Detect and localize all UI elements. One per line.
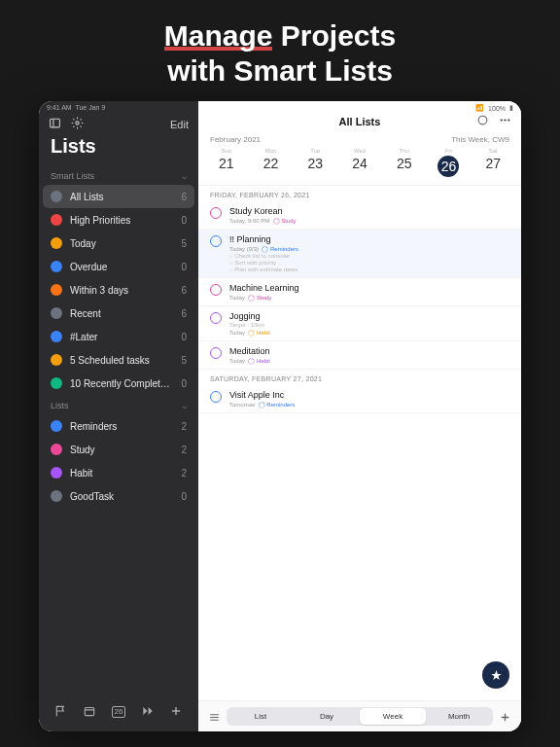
- task-title: Study Korean: [229, 206, 297, 216]
- sidebar-item[interactable]: Within 3 days6: [39, 278, 198, 302]
- edit-button[interactable]: Edit: [170, 119, 189, 130]
- list-label: 5 Scheduled tasks: [70, 355, 173, 366]
- list-color-dot: [51, 261, 62, 272]
- add-task-icon[interactable]: [499, 710, 511, 723]
- sidebar-title: Lists: [39, 133, 198, 165]
- list-color-dot: [51, 214, 62, 226]
- task-title: Machine Learning: [229, 283, 299, 293]
- list-color-dot: [51, 377, 62, 389]
- menu-icon[interactable]: [208, 710, 221, 723]
- task-row[interactable]: MeditationToday ◯ Habit: [198, 341, 521, 370]
- day-cell[interactable]: Mon22: [249, 146, 294, 179]
- add-icon[interactable]: [169, 704, 183, 722]
- task-title: !! Planning: [229, 234, 298, 244]
- date-header: FRIDAY, FEBRUARY 26, 2021: [198, 186, 521, 201]
- sidebar-item[interactable]: Reminders2: [39, 414, 198, 438]
- section-header[interactable]: Smart Lists⌵: [39, 165, 198, 185]
- section-header[interactable]: Lists⌵: [39, 395, 198, 414]
- sidebar-bottom-toolbar: 26: [39, 694, 198, 731]
- list-count: 0: [181, 262, 187, 272]
- list-color-dot: [51, 490, 62, 502]
- sidebar-item[interactable]: Recent6: [39, 302, 198, 325]
- list-count: 2: [181, 468, 187, 479]
- sidebar-item[interactable]: 5 Scheduled tasks5: [39, 348, 198, 372]
- task-checkbox[interactable]: [210, 207, 222, 219]
- list-label: Within 3 days: [70, 285, 173, 296]
- list-count: 0: [181, 332, 187, 342]
- svg-point-10: [508, 119, 509, 121]
- list-count: 6: [181, 285, 187, 296]
- list-color-dot: [51, 420, 62, 432]
- day-cell[interactable]: Sun21: [204, 146, 249, 179]
- sidebar-item[interactable]: Today5: [39, 231, 198, 255]
- sidebar-item[interactable]: #Later0: [39, 325, 198, 348]
- list-label: All Lists: [70, 192, 173, 202]
- task-checkbox[interactable]: [210, 284, 222, 296]
- sidebar-item[interactable]: Overdue0: [39, 255, 198, 278]
- task-title: Visit Apple Inc: [229, 390, 295, 400]
- task-row[interactable]: Machine LearningToday ◯ Study: [198, 278, 521, 306]
- week-label: This Week, CW9: [451, 135, 509, 144]
- list-color-dot: [51, 307, 62, 319]
- fab-star[interactable]: [482, 661, 509, 689]
- bottom-bar: ListDayWeekMonth: [198, 700, 521, 731]
- page-title: All Lists: [339, 116, 381, 127]
- list-count: 5: [181, 238, 187, 249]
- task-row[interactable]: Study KoreanToday, 9:00 PM ◯ Study: [198, 201, 521, 230]
- segment-option[interactable]: Month: [426, 708, 492, 725]
- more-icon[interactable]: [499, 113, 511, 130]
- sidebar: 9:41 AM Tue Jan 9 Edit Lists Smart Lists…: [39, 101, 198, 731]
- day-cell[interactable]: Fri26: [427, 146, 472, 179]
- segment-option[interactable]: Week: [360, 708, 426, 725]
- svg-point-7: [478, 116, 487, 124]
- list-color-dot: [51, 284, 62, 296]
- week-strip: Sun21Mon22Tue23Wed24Thu25Fri26Sat27: [198, 144, 521, 186]
- promo-header: Manage Projects with Smart Lists: [0, 19, 560, 88]
- sidebar-item[interactable]: High Priorities0: [39, 208, 198, 231]
- fast-forward-icon[interactable]: [141, 704, 155, 722]
- day-cell[interactable]: Wed24: [337, 146, 382, 179]
- list-count: 0: [181, 491, 187, 502]
- list-color-dot: [51, 354, 62, 366]
- task-row[interactable]: Visit Apple IncTomorrow ◯ Reminders: [198, 385, 521, 413]
- task-checkbox[interactable]: [210, 391, 222, 403]
- list-label: Study: [70, 445, 173, 455]
- segment-option[interactable]: List: [228, 708, 294, 725]
- svg-point-2: [76, 122, 79, 124]
- svg-rect-3: [85, 708, 93, 716]
- list-label: Today: [70, 238, 173, 249]
- view-segment[interactable]: ListDayWeekMonth: [227, 707, 493, 726]
- gear-icon[interactable]: [71, 117, 84, 131]
- segment-option[interactable]: Day: [294, 708, 360, 725]
- task-checkbox[interactable]: [210, 312, 222, 324]
- list-color-dot: [51, 444, 62, 455]
- svg-point-9: [504, 119, 506, 121]
- list-color-dot: [51, 237, 62, 249]
- list-color-dot: [51, 467, 62, 479]
- list-count: 6: [181, 308, 187, 319]
- list-label: GoodTask: [70, 491, 173, 502]
- sidebar-item[interactable]: GoodTask0: [39, 484, 198, 508]
- archive-icon[interactable]: [83, 704, 96, 722]
- sidebar-item[interactable]: Habit2: [39, 461, 198, 484]
- list-label: #Later: [70, 332, 173, 342]
- task-checkbox[interactable]: [210, 347, 222, 359]
- day-cell[interactable]: Thu25: [382, 146, 427, 179]
- day-cell[interactable]: Sat27: [471, 146, 515, 179]
- sidebar-item[interactable]: 10 Recently Complete...0: [39, 372, 198, 395]
- task-row[interactable]: JoggingTarget : 10kmToday ◯ Habit: [198, 306, 521, 341]
- calendar-icon[interactable]: 26: [112, 706, 126, 718]
- list-label: Overdue: [70, 262, 173, 272]
- flag-icon[interactable]: [54, 704, 68, 722]
- list-color-dot: [51, 331, 62, 342]
- refresh-icon[interactable]: [476, 113, 489, 130]
- sidebar-toggle-icon[interactable]: [49, 117, 61, 131]
- list-count: 6: [181, 192, 187, 202]
- status-bar: 9:41 AM Tue Jan 9: [39, 101, 198, 111]
- day-cell[interactable]: Tue23: [293, 146, 337, 179]
- task-row[interactable]: !! PlanningToday (0/3) ◯ Reminders○ Chec…: [198, 230, 521, 278]
- sidebar-item[interactable]: Study2: [39, 438, 198, 461]
- task-checkbox[interactable]: [210, 235, 222, 247]
- svg-point-8: [501, 119, 503, 121]
- sidebar-item[interactable]: All Lists6: [43, 185, 194, 208]
